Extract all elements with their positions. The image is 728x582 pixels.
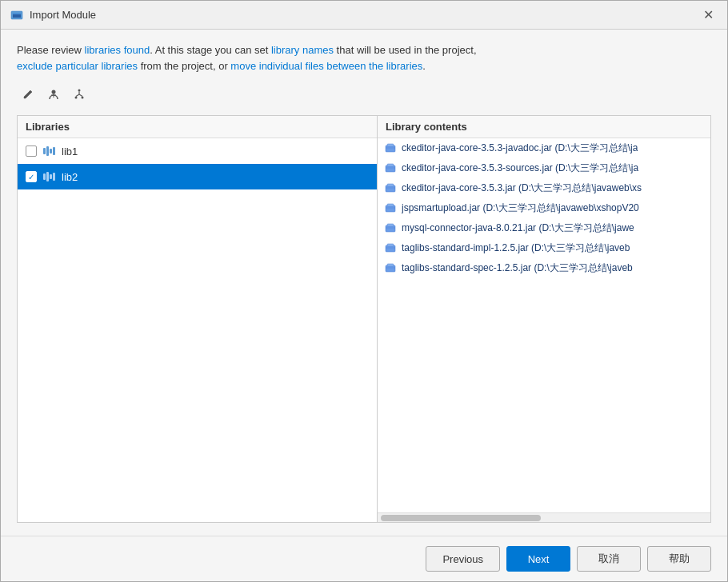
title-bar-left: Import Module (10, 9, 96, 22)
content-text-2: ckeditor-java-core-3.5.3-sources.jar (D:… (402, 161, 638, 175)
close-button[interactable]: ✕ (698, 6, 718, 25)
library-item-lib1[interactable]: lib1 (18, 138, 377, 164)
library-item-lib2[interactable]: ✓ lib2 (18, 164, 377, 189)
content-text-6: taglibs-standard-impl-1.2.5.jar (D:\大三学习… (402, 241, 630, 255)
exclude-link[interactable]: exclude particular libraries (17, 60, 138, 72)
lib2-name: lib2 (62, 171, 78, 183)
contents-list: ckeditor-java-core-3.5.3-javadoc.jar (D:… (378, 138, 710, 512)
svg-rect-22 (387, 224, 394, 226)
content-text-4: jspsmartupload.jar (D:\大三学习总结\javaweb\xs… (402, 201, 639, 215)
content-item-6[interactable]: taglibs-standard-impl-1.2.5.jar (D:\大三学习… (378, 238, 710, 258)
edit-button[interactable] (17, 83, 39, 106)
content-text-3: ckeditor-java-core-3.5.3.jar (D:\大三学习总结\… (402, 181, 642, 195)
lib1-name: lib1 (62, 146, 78, 157)
content-item-2[interactable]: ckeditor-java-core-3.5.3-sources.jar (D:… (378, 158, 710, 178)
svg-point-6 (78, 90, 81, 92)
svg-rect-28 (387, 264, 394, 266)
window-icon (10, 9, 23, 22)
lib2-checkbox[interactable]: ✓ (26, 171, 37, 182)
fork-button[interactable] (68, 83, 90, 106)
footer: Previous Next 取消 帮助 (1, 536, 727, 581)
previous-button[interactable]: Previous (426, 546, 500, 572)
libraries-list: lib1 ✓ lib2 (18, 138, 377, 522)
content-item-5[interactable]: mysql-connector-java-8.0.21.jar (D:\大三学习… (378, 218, 710, 238)
contents-panel-header: Library contents (378, 116, 710, 138)
scrollbar-thumb[interactable] (381, 515, 541, 521)
jar-icon-1 (384, 142, 397, 155)
library-names-link[interactable]: libraries found (85, 44, 150, 56)
content-text-5: mysql-connector-java-8.0.21.jar (D:\大三学习… (402, 221, 634, 235)
libraries-panel-header: Libraries (18, 116, 377, 138)
content-text-1: ckeditor-java-core-3.5.3-javadoc.jar (D:… (402, 142, 638, 155)
lib1-checkbox[interactable] (26, 146, 37, 157)
svg-rect-19 (387, 204, 394, 206)
content-text-7: taglibs-standard-spec-1.2.5.jar (D:\大三学习… (402, 261, 633, 275)
svg-rect-25 (387, 244, 394, 246)
lib2-icon (43, 172, 55, 181)
jar-icon-2 (384, 162, 397, 175)
svg-point-7 (75, 97, 78, 99)
jar-icon-6 (384, 242, 397, 255)
set-names-link[interactable]: library names (271, 44, 334, 56)
content-item-3[interactable]: ckeditor-java-core-3.5.3.jar (D:\大三学习总结\… (378, 178, 710, 198)
jar-icon-7 (384, 262, 397, 275)
lib1-icon (43, 146, 55, 156)
toolbar (17, 83, 711, 106)
help-button[interactable]: 帮助 (647, 546, 711, 572)
svg-rect-13 (387, 164, 394, 166)
person-button[interactable] (42, 83, 65, 106)
jar-icon-3 (384, 182, 397, 195)
content-item-1[interactable]: ckeditor-java-core-3.5.3-javadoc.jar (D:… (378, 138, 710, 158)
svg-rect-16 (387, 184, 394, 186)
jar-icon-4 (384, 202, 397, 215)
panels-container: Libraries lib1 ✓ (17, 115, 711, 523)
contents-panel: Library contents ckeditor-java-core-3.5.… (378, 116, 710, 522)
move-link[interactable]: move individual files between the librar… (230, 60, 422, 72)
next-button[interactable]: Next (506, 546, 570, 572)
window-title: Import Module (30, 9, 96, 21)
cancel-button[interactable]: 取消 (577, 546, 641, 572)
jar-icon-5 (384, 222, 397, 235)
libraries-panel: Libraries lib1 ✓ (18, 116, 378, 522)
content-item-7[interactable]: taglibs-standard-spec-1.2.5.jar (D:\大三学习… (378, 258, 710, 278)
svg-point-8 (82, 97, 84, 99)
horizontal-scrollbar[interactable] (378, 512, 710, 522)
description-text: Please review libraries found. At this s… (17, 42, 711, 74)
content-item-4[interactable]: jspsmartupload.jar (D:\大三学习总结\javaweb\xs… (378, 198, 710, 218)
main-content: Please review libraries found. At this s… (1, 30, 727, 536)
svg-rect-2 (13, 13, 21, 14)
title-bar: Import Module ✕ (1, 1, 727, 30)
svg-rect-10 (387, 144, 394, 146)
import-module-window: Import Module ✕ Please review libraries … (0, 0, 728, 582)
